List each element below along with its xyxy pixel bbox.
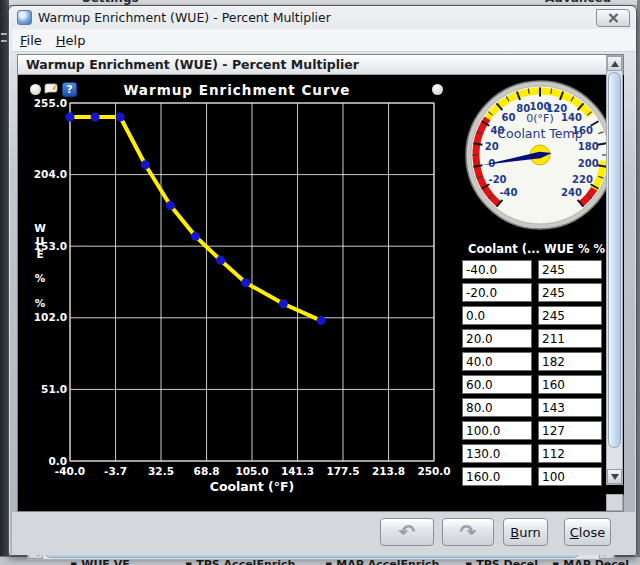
- menubar: File Help: [12, 29, 635, 52]
- dialog-window: Warmup Enrichment (WUE) - Percent Multip…: [8, 5, 637, 556]
- help-icon[interactable]: ?: [62, 82, 77, 97]
- svg-text:102.0: 102.0: [34, 311, 67, 323]
- svg-text:-40.0: -40.0: [55, 465, 85, 477]
- svg-text:68.8: 68.8: [194, 465, 220, 477]
- wue-cell-6[interactable]: [538, 398, 602, 417]
- svg-text:60: 60: [502, 112, 516, 123]
- wue-cell-9[interactable]: [538, 467, 602, 486]
- warmup-enrichment-chart[interactable]: -40.0-3.732.568.8105.0141.3177.5213.8250…: [23, 77, 454, 493]
- svg-text:177.5: 177.5: [326, 465, 359, 477]
- svg-text:U: U: [36, 235, 45, 247]
- app-icon: [17, 10, 32, 25]
- close-icon: [608, 13, 619, 23]
- footer: ↶ ↷ Burn Close: [12, 512, 635, 555]
- table-header-wue: WUE % %: [544, 242, 605, 256]
- svg-text:W: W: [34, 222, 46, 234]
- wue-cell-7[interactable]: [538, 421, 602, 440]
- svg-text:Warmup Enrichment Curve: Warmup Enrichment Curve: [123, 82, 350, 98]
- svg-text:E: E: [36, 248, 43, 260]
- svg-text:51.0: 51.0: [41, 383, 67, 395]
- scroll-down-button[interactable]: [607, 469, 622, 484]
- content-frame: Warmup Enrichment (WUE) - Percent Multip…: [17, 54, 624, 512]
- table-header-coolant: Coolant (...: [468, 242, 540, 256]
- wue-column: [538, 260, 602, 486]
- scrollbar-corner: [606, 494, 623, 511]
- wue-cell-5[interactable]: [538, 375, 602, 394]
- svg-text:213.8: 213.8: [372, 465, 405, 477]
- wue-cell-2[interactable]: [538, 306, 602, 325]
- coolant-cell-9[interactable]: [462, 467, 532, 486]
- menu-help[interactable]: Help: [56, 33, 86, 48]
- svg-text:140: 140: [561, 112, 582, 123]
- main-area: -40.0-3.732.568.8105.0141.3177.5213.8250…: [19, 75, 624, 495]
- wue-cell-0[interactable]: [538, 260, 602, 279]
- coolant-cell-7[interactable]: [462, 421, 532, 440]
- window-title: Warmup Enrichment (WUE) - Percent Multip…: [38, 10, 331, 25]
- indicator-icon-right[interactable]: [432, 84, 443, 95]
- coolant-cell-0[interactable]: [462, 260, 532, 279]
- undo-button[interactable]: ↶: [380, 518, 434, 546]
- coolant-cell-4[interactable]: [462, 352, 532, 371]
- edit-icon[interactable]: [44, 83, 58, 96]
- titlebar[interactable]: Warmup Enrichment (WUE) - Percent Multip…: [9, 6, 636, 29]
- coolant-cell-8[interactable]: [462, 444, 532, 463]
- redo-button[interactable]: ↷: [442, 518, 494, 546]
- svg-text:204.0: 204.0: [34, 168, 67, 180]
- svg-text:0(°F): 0(°F): [526, 112, 553, 125]
- svg-text:Coolant Temp: Coolant Temp: [497, 126, 582, 141]
- coolant-cell-1[interactable]: [462, 283, 532, 302]
- vertical-scrollbar[interactable]: [606, 55, 623, 485]
- svg-text:220: 220: [572, 174, 593, 185]
- vertical-scroll-thumb[interactable]: [608, 72, 621, 448]
- screen: SettingsAdvanced ▪ WUE VE▪ TPS AccelEnri…: [0, 0, 640, 565]
- svg-text:-40: -40: [499, 187, 517, 198]
- svg-text:141.3: 141.3: [281, 465, 314, 477]
- close-window-button[interactable]: [596, 9, 630, 27]
- coolant-column: [462, 260, 532, 486]
- svg-text:Coolant (°F): Coolant (°F): [210, 479, 295, 493]
- coolant-temp-gauge: -40-200204060801001201401601802002202400…: [456, 75, 624, 237]
- wue-cell-8[interactable]: [538, 444, 602, 463]
- svg-text:105.0: 105.0: [235, 465, 268, 477]
- close-button[interactable]: Close: [564, 518, 611, 546]
- wue-cell-4[interactable]: [538, 352, 602, 371]
- coolant-cell-2[interactable]: [462, 306, 532, 325]
- coolant-cell-6[interactable]: [462, 398, 532, 417]
- menu-file[interactable]: File: [20, 33, 42, 48]
- svg-text:-3.7: -3.7: [104, 465, 127, 477]
- svg-text:20: 20: [485, 141, 499, 152]
- svg-text:%: %: [35, 272, 46, 284]
- wue-cell-1[interactable]: [538, 283, 602, 302]
- svg-text:250.0: 250.0: [417, 465, 450, 477]
- indicator-icon[interactable]: [30, 84, 41, 95]
- burn-button[interactable]: Burn: [503, 518, 548, 546]
- svg-text:0.0: 0.0: [48, 455, 67, 467]
- svg-text:-20: -20: [489, 174, 507, 185]
- svg-text:180: 180: [578, 141, 599, 152]
- svg-text:255.0: 255.0: [34, 97, 67, 109]
- scroll-up-button[interactable]: [607, 56, 622, 71]
- wue-cell-3[interactable]: [538, 329, 602, 348]
- curve-table: Coolant (... WUE % %: [456, 240, 624, 495]
- svg-text:%: %: [35, 297, 46, 309]
- panel-header: Warmup Enrichment (WUE) - Percent Multip…: [18, 55, 623, 75]
- coolant-cell-5[interactable]: [462, 375, 532, 394]
- svg-text:240: 240: [561, 187, 582, 198]
- svg-text:32.5: 32.5: [148, 465, 174, 477]
- coolant-cell-3[interactable]: [462, 329, 532, 348]
- svg-text:200: 200: [578, 158, 599, 169]
